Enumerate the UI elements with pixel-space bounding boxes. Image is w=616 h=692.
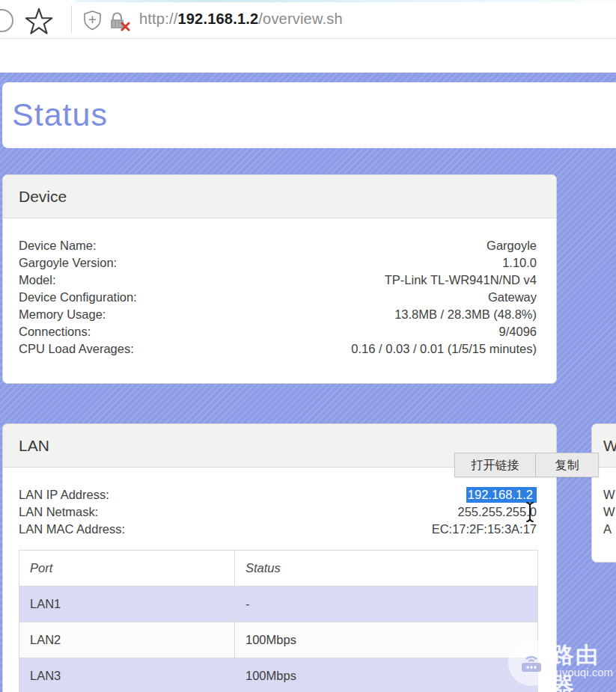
connections-value: 9/4096 [499,323,537,340]
lan-mac-value: EC:17:2F:15:3A:17 [432,521,537,538]
page-title: Status [2,82,616,147]
context-menu-open-link[interactable]: 打开链接 [455,453,536,477]
device-row: Device Configuration:Gateway [19,289,537,306]
port-cell: LAN3 [19,658,235,692]
context-menu: 打开链接 复制 [454,453,599,477]
cpu-load-value: 0.16 / 0.03 / 0.01 (1/5/15 minutes) [351,340,537,358]
model-value: TP-Link TL-WR941N/ND v4 [385,272,537,289]
port-cell: LAN1 [19,587,235,622]
connections-label: Connections: [19,323,91,340]
table-row: LAN2 100Mbps [19,622,538,658]
lan-mac-label: LAN MAC Address: [19,521,125,538]
wan-row-fragment: W [603,486,615,503]
gargoyle-version-value: 1.10.0 [502,254,537,272]
lan-port-table: Port Status LAN1 - LAN2 100Mbps LAN3 100… [19,550,538,692]
device-row: Connections:9/4096 [19,323,537,340]
url-host: 192.168.1.2 [177,10,258,27]
lan-ip-label: LAN IP Address: [19,486,109,503]
device-name-label: Device Name: [19,237,97,254]
text-cursor-icon [525,501,535,523]
url-field[interactable]: http://192.168.1.2/overview.sh [139,0,343,39]
device-row: Device Name:Gargoyle [19,237,537,254]
wan-row: W [603,486,616,503]
lan-ip-value-selected[interactable]: 192.168.1.2 [466,487,537,503]
lan-mac-row: LAN MAC Address:EC:17:2F:15:3A:17 [19,521,537,538]
device-row: Memory Usage:13.8MB / 28.3MB (48.8%) [19,306,537,323]
device-configuration-value: Gateway [488,289,537,306]
router-status-page: http://192.168.1.2/overview.sh Status De… [0,0,616,692]
model-label: Model: [19,272,56,289]
memory-usage-value: 13.8MB / 28.3MB (48.8%) [394,306,537,323]
lan-rows: LAN IP Address:192.168.1.2 LAN Netmask:2… [3,468,556,538]
insecure-lock-icon[interactable] [108,11,132,31]
table-row: LAN3 100Mbps [19,658,538,692]
device-row: Gargoyle Version:1.10.0 [19,254,537,272]
shield-add-icon[interactable] [82,10,103,31]
wan-row-fragment: W [603,503,615,521]
url-path: /overview.sh [258,10,342,27]
lan-netmask-label: LAN Netmask: [19,503,98,521]
device-section: Device Device Name:Gargoyle Gargoyle Ver… [2,174,557,384]
table-row: LAN1 - [19,587,538,622]
status-banner: Status [2,82,616,148]
wan-row: A [603,521,616,538]
device-rows: Device Name:Gargoyle Gargoyle Version:1.… [3,218,556,358]
browser-address-bar: http://192.168.1.2/overview.sh [0,0,616,39]
gargoyle-version-label: Gargoyle Version: [19,254,117,272]
status-cell: - [235,587,538,622]
port-column-header: Port [19,551,235,587]
wan-section-partial: W W W A [591,423,616,563]
status-cell: 100Mbps [235,622,538,658]
lan-ip-row: LAN IP Address:192.168.1.2 [19,486,537,503]
wan-row-fragment: A [603,521,612,538]
device-name-value: Gargoyle [487,237,537,254]
wan-row: W [603,503,616,521]
device-configuration-label: Device Configuration: [19,289,137,306]
router-icon [518,651,545,675]
toolbar-separator [71,5,72,34]
watermark-subtitle: luyouqi.com [553,666,613,679]
memory-usage-label: Memory Usage: [19,306,106,323]
device-row: Model:TP-Link TL-WR941N/ND v4 [19,272,537,289]
device-row: CPU Load Averages:0.16 / 0.03 / 0.01 (1/… [19,340,537,358]
bookmark-star-icon[interactable] [25,7,53,35]
status-cell: 100Mbps [235,658,538,692]
url-scheme: http:// [139,10,177,27]
status-column-header: Status [235,551,538,587]
watermark-badge [508,640,555,686]
partial-toolbar-icon[interactable] [0,9,13,32]
table-header-row: Port Status [19,551,538,587]
wan-rows: W W A [592,468,616,538]
cpu-load-label: CPU Load Averages: [19,340,134,358]
context-menu-copy[interactable]: 复制 [536,453,598,477]
device-section-header: Device [3,175,556,218]
lan-netmask-row: LAN Netmask:255.255.255.0 [19,503,537,521]
port-cell: LAN2 [19,622,235,658]
